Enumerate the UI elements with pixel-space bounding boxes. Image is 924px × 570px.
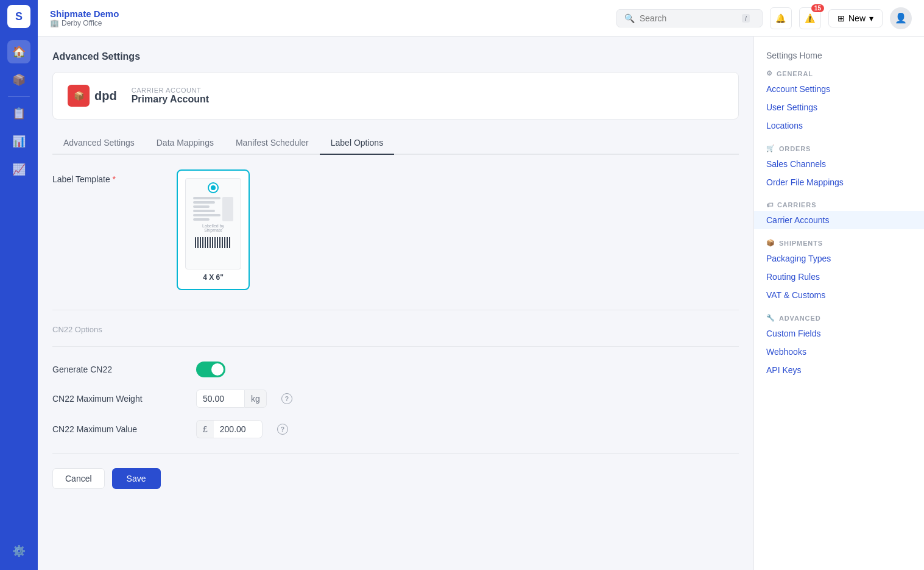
sidebar-settings-home[interactable]: Settings Home bbox=[754, 46, 924, 65]
sidebar-link-sales-channels[interactable]: Sales Channels bbox=[754, 155, 924, 173]
nav-list[interactable]: 📋 bbox=[7, 102, 30, 125]
toggle-slider bbox=[196, 362, 225, 377]
chevron-down-icon: ▾ bbox=[869, 13, 873, 23]
cn22-weight-row: CN22 Maximum Weight kg ? bbox=[52, 390, 739, 408]
alert-icon: ⚠️ bbox=[805, 13, 815, 23]
nav-home[interactable]: 🏠 bbox=[7, 40, 30, 63]
cn22-weight-help-icon[interactable]: ? bbox=[281, 393, 292, 404]
cn22-value-input[interactable] bbox=[214, 420, 263, 438]
carrier-account-name: Primary Account bbox=[132, 94, 209, 105]
user-avatar[interactable]: 👤 bbox=[890, 7, 912, 29]
action-buttons: Cancel Save bbox=[52, 468, 739, 489]
cn22-value-label: CN22 Maximum Value bbox=[52, 424, 186, 434]
sidebar-link-routing-rules[interactable]: Routing Rules bbox=[754, 268, 924, 286]
label-lines bbox=[191, 197, 236, 221]
search-icon: 🔍 bbox=[624, 13, 635, 23]
search-input[interactable] bbox=[640, 13, 737, 23]
main-wrapper: Shipmate Demo 🏢 Derby Office 🔍 / 🔔 ⚠️ 15… bbox=[38, 0, 924, 570]
sidebar-section-title-advanced: 🔧 ADVANCED bbox=[754, 309, 924, 324]
section-header: Advanced Settings bbox=[52, 51, 739, 62]
right-sidebar: Settings Home ⚙ GENERAL Account Settings… bbox=[753, 37, 924, 570]
office-icon: 🏢 bbox=[50, 19, 59, 27]
content-area: Advanced Settings 📦 dpd CARRIER ACCOUNT … bbox=[38, 37, 924, 570]
tab-label-options[interactable]: Label Options bbox=[320, 132, 394, 155]
sidebar-section-title-carriers: 🏷 CARRIERS bbox=[754, 196, 924, 211]
badge-count: 15 bbox=[811, 4, 824, 12]
topbar: Shipmate Demo 🏢 Derby Office 🔍 / 🔔 ⚠️ 15… bbox=[38, 0, 924, 37]
dpd-box-icon: 📦 bbox=[68, 85, 90, 107]
dpd-logo: 📦 dpd bbox=[68, 85, 117, 107]
new-button[interactable]: ⊞ New ▾ bbox=[828, 9, 883, 27]
sidebar-link-webhooks[interactable]: Webhooks bbox=[754, 343, 924, 361]
label-watermark: Labelled byShipmate bbox=[202, 224, 224, 232]
cn22-weight-unit: kg bbox=[245, 390, 267, 408]
label-card[interactable]: Labelled byShipmate 4 X 6" bbox=[177, 169, 250, 290]
app-logo[interactable]: S bbox=[7, 5, 30, 28]
tab-data-mappings[interactable]: Data Mappings bbox=[146, 132, 225, 155]
generate-cn22-toggle[interactable] bbox=[196, 362, 225, 377]
plus-icon: ⊞ bbox=[838, 13, 845, 23]
cn22-section-label: CN22 Options bbox=[52, 325, 739, 334]
sidebar-link-user-settings[interactable]: User Settings bbox=[754, 98, 924, 116]
sidebar-section-general: ⚙ GENERAL Account Settings User Settings… bbox=[754, 65, 924, 135]
cn22-divider bbox=[52, 346, 739, 347]
brand: Shipmate Demo 🏢 Derby Office bbox=[50, 9, 119, 27]
dpd-text: dpd bbox=[94, 89, 117, 103]
notifications-button[interactable]: 🔔 bbox=[770, 7, 792, 29]
label-barcode bbox=[195, 237, 231, 248]
sidebar-link-api-keys[interactable]: API Keys bbox=[754, 361, 924, 379]
section-divider bbox=[52, 310, 739, 310]
sidebar-link-packaging-types[interactable]: Packaging Types bbox=[754, 249, 924, 268]
sidebar-link-custom-fields[interactable]: Custom Fields bbox=[754, 324, 924, 343]
nav-divider bbox=[8, 96, 30, 97]
cn22-weight-input-group: kg bbox=[196, 390, 267, 408]
generate-cn22-label: Generate CN22 bbox=[52, 365, 186, 374]
search-box[interactable]: 🔍 / bbox=[616, 9, 763, 27]
label-size: 4 X 6" bbox=[185, 273, 241, 282]
tab-advanced-settings[interactable]: Advanced Settings bbox=[52, 132, 146, 155]
required-marker: * bbox=[113, 174, 116, 184]
sidebar-link-vat-customs[interactable]: VAT & Customs bbox=[754, 286, 924, 304]
sidebar-section-shipments: 📦 SHIPMENTS Packaging Types Routing Rule… bbox=[754, 234, 924, 304]
cart-icon: 🛒 bbox=[766, 144, 775, 152]
carrier-meta: CARRIER ACCOUNT Primary Account bbox=[132, 87, 209, 105]
sidebar-section-title-shipments: 📦 SHIPMENTS bbox=[754, 234, 924, 249]
gear-icon: ⚙ bbox=[766, 69, 773, 77]
sidebar-section-orders: 🛒 ORDERS Sales Channels Order File Mappi… bbox=[754, 140, 924, 191]
nav-settings[interactable]: ⚙️ bbox=[7, 540, 30, 563]
sidebar-section-advanced: 🔧 ADVANCED Custom Fields Webhooks API Ke… bbox=[754, 309, 924, 379]
sidebar-link-order-file-mappings[interactable]: Order File Mappings bbox=[754, 173, 924, 191]
tab-manifest-scheduler[interactable]: Manifest Scheduler bbox=[225, 132, 320, 155]
tag-icon: 🏷 bbox=[766, 201, 774, 208]
nav-box[interactable]: 📦 bbox=[7, 68, 30, 91]
bottom-divider bbox=[52, 453, 739, 454]
sidebar-link-carrier-accounts[interactable]: Carrier Accounts bbox=[754, 211, 924, 229]
alerts-button[interactable]: ⚠️ 15 bbox=[799, 7, 821, 29]
wrench-icon: 🔧 bbox=[766, 314, 775, 322]
cn22-value-input-group: £ bbox=[196, 420, 263, 438]
carrier-account-label: CARRIER ACCOUNT bbox=[132, 87, 209, 94]
cn22-weight-input[interactable] bbox=[196, 390, 245, 408]
brand-name: Shipmate Demo bbox=[50, 9, 119, 19]
left-sidebar: S 🏠 📦 📋 📊 📈 ⚙️ bbox=[0, 0, 38, 570]
label-template-section: Label Template * bbox=[52, 169, 739, 290]
cn22-weight-label: CN22 Maximum Weight bbox=[52, 394, 186, 404]
cancel-button[interactable]: Cancel bbox=[52, 468, 105, 489]
save-button[interactable]: Save bbox=[112, 468, 161, 489]
label-radio bbox=[209, 183, 217, 192]
sidebar-link-locations[interactable]: Locations bbox=[754, 116, 924, 135]
search-kbd: / bbox=[742, 14, 750, 23]
generate-cn22-row: Generate CN22 bbox=[52, 362, 739, 377]
sidebar-section-title-orders: 🛒 ORDERS bbox=[754, 140, 924, 155]
cn22-value-help-icon[interactable]: ? bbox=[277, 424, 288, 435]
nav-analytics[interactable]: 📈 bbox=[7, 158, 30, 181]
label-preview: Labelled byShipmate bbox=[185, 178, 241, 269]
bell-icon: 🔔 bbox=[775, 13, 786, 23]
sidebar-section-carriers: 🏷 CARRIERS Carrier Accounts bbox=[754, 196, 924, 229]
sidebar-link-account-settings[interactable]: Account Settings bbox=[754, 80, 924, 98]
brand-sub: 🏢 Derby Office bbox=[50, 19, 119, 27]
label-template-label: Label Template * bbox=[52, 169, 162, 184]
nav-chart[interactable]: 📊 bbox=[7, 130, 30, 153]
tabs: Advanced Settings Data Mappings Manifest… bbox=[52, 132, 739, 155]
cn22-value-row: CN22 Maximum Value £ ? bbox=[52, 420, 739, 438]
